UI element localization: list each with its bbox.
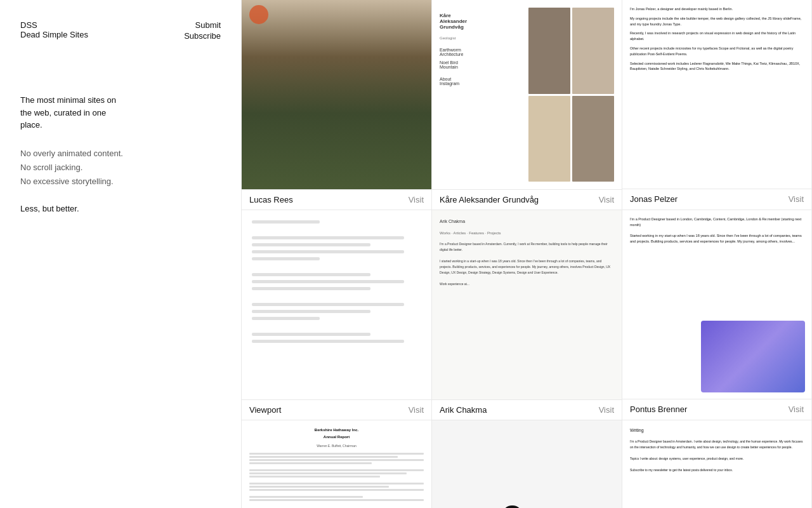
subscribe-link[interactable]: Subscribe [184,31,221,41]
main-content: Lucas Rees Visit KåreAleksanderGrundvåg … [241,0,812,508]
visit-link-kare[interactable]: Visit [599,195,614,204]
item-name-jonas: Jonas Pelzer [630,194,678,204]
item-info-jonas: Jonas Pelzer Visit [622,189,811,209]
item-info-lucas: Lucas Rees Visit [242,190,431,210]
tagline: Less, but better. [20,204,221,213]
description-text: The most minimal sites onthe web, curate… [20,94,221,131]
site-name: Dead Simple Sites [20,30,88,39]
gallery-item-viewport: Viewport Visit [241,210,431,420]
rule-1: No overly animated content. [20,147,221,161]
sidebar: DSS Dead Simple Sites Submit Subscribe T… [0,0,241,508]
rule-2: No scroll jacking. [20,161,221,175]
item-name-arik: Arik Chakma [440,405,487,415]
thumbnail-berkshire[interactable]: Berkshire Hathaway Inc.Annual Report War… [242,420,431,508]
item-info-viewport: Viewport Visit [242,400,431,420]
gallery-item-pontus: I'm a Product Designer based in London, … [622,210,812,420]
visit-link-pontus[interactable]: Visit [789,404,804,414]
sidebar-rules: No overly animated content. No scroll ja… [20,147,221,189]
sidebar-header: DSS Dead Simple Sites Submit Subscribe [20,20,221,41]
visit-link-lucas[interactable]: Visit [409,195,424,204]
item-name-lucas: Lucas Rees [249,195,293,204]
rule-3: No excessive storytelling. [20,175,221,189]
gallery-item-one: One One Visit [431,420,622,508]
item-name-kare: Kåre Aleksander Grundvåg [440,195,539,204]
item-name-viewport: Viewport [249,405,281,415]
one-display-text: One [502,500,552,508]
thumbnail-kare[interactable]: KåreAleksanderGrundvåg Geologist Earthwo… [432,0,622,190]
sidebar-description: The most minimal sites onthe web, curate… [20,94,221,131]
thumbnail-jonas[interactable]: I'm Jonas Pelzer, a designer and develop… [622,0,811,189]
gallery-item-kare: KåreAleksanderGrundvåg Geologist Earthwo… [431,0,622,210]
item-info-kare: Kåre Aleksander Grundvåg Visit [432,190,622,210]
nav-links: Submit Subscribe [184,20,221,41]
item-name-pontus: Pontus Brenner [630,404,687,414]
thumbnail-arik[interactable]: Arik Chakma Works · Articles · Features … [432,210,622,400]
thumbnail-viewport[interactable] [242,210,431,400]
gallery-item-lucas: Lucas Rees Visit [241,0,431,210]
gallery-item-jonas: I'm Jonas Pelzer, a designer and develop… [622,0,812,210]
site-abbrev: DSS [20,20,88,30]
thumbnail-writing[interactable]: Writing I'm a Product Designer based in … [622,420,811,508]
gallery-item-writing: Writing I'm a Product Designer based in … [622,420,812,508]
visit-link-arik[interactable]: Visit [599,405,614,415]
thumbnail-lucas[interactable] [242,0,431,190]
thumbnail-one[interactable]: One [432,420,622,508]
item-info-pontus: Pontus Brenner Visit [622,399,811,419]
gallery-grid: Lucas Rees Visit KåreAleksanderGrundvåg … [241,0,812,508]
gallery-item-arik: Arik Chakma Works · Articles · Features … [431,210,622,420]
submit-link[interactable]: Submit [195,20,221,30]
gallery-item-berkshire: Berkshire Hathaway Inc.Annual Report War… [241,420,431,508]
site-title-group: DSS Dead Simple Sites [20,20,88,39]
thumbnail-pontus[interactable]: I'm a Product Designer based in London, … [622,210,811,399]
visit-link-viewport[interactable]: Visit [409,405,424,415]
item-info-arik: Arik Chakma Visit [432,400,622,420]
visit-link-jonas[interactable]: Visit [789,194,804,204]
